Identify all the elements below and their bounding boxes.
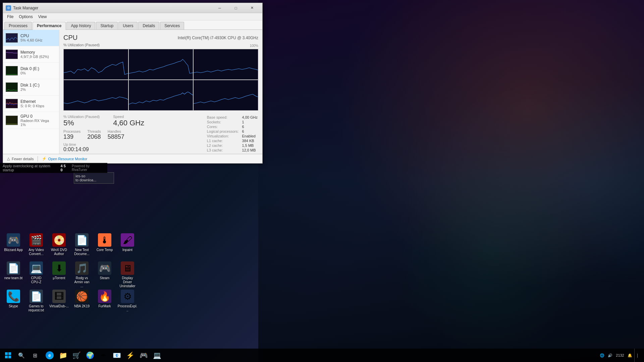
open-resource-monitor-link[interactable]: ⚡ Open Resource Monitor bbox=[42, 157, 87, 161]
disk1-mini-graph bbox=[6, 81, 18, 93]
skype-label: Skype bbox=[9, 304, 18, 308]
taskview-button[interactable]: ⊞ bbox=[28, 349, 42, 362]
network-icon-area[interactable]: 🌐 bbox=[598, 349, 606, 362]
rodg-icon: 🎵 bbox=[75, 261, 89, 275]
sockets-label: Sockets: bbox=[207, 120, 241, 124]
anyvideoconvert-label: Any Video Convert... bbox=[27, 248, 46, 256]
ddu-label: Display Driver Uninstaller bbox=[118, 276, 137, 288]
taskbar-search[interactable]: 🔍 bbox=[15, 349, 28, 362]
taskbar-app-browser[interactable]: 🌍 bbox=[83, 349, 97, 362]
winxdvd-icon: 📀 bbox=[52, 233, 66, 247]
inpaint-label: Inpaint bbox=[122, 248, 132, 252]
menu-options[interactable]: Options bbox=[16, 14, 35, 20]
rivatuner-label: Powered by RivaTuner bbox=[72, 164, 105, 172]
processes-label: Processes bbox=[63, 129, 80, 133]
taskbar-app-mail[interactable]: 📧 bbox=[110, 349, 123, 362]
anyvideoconvert-icon: 🎬 bbox=[30, 233, 43, 247]
sidebar-item-disk1[interactable]: Disk 1 (C:) 2% bbox=[3, 79, 59, 96]
utilization-value: 5% bbox=[63, 119, 100, 127]
tab-startup[interactable]: Startup bbox=[96, 22, 118, 29]
virtualization-label: Virtualization: bbox=[207, 134, 241, 138]
desktop-icon-processexplorer[interactable]: ⚙ ProcessExpl... bbox=[117, 288, 138, 314]
cpu-graph-core6 bbox=[194, 80, 258, 110]
uptime-value: 0:00:14:09 bbox=[63, 146, 200, 153]
desktop-icon-winxdvd[interactable]: 📀 WinX DVD Author bbox=[48, 232, 70, 257]
sidebar-item-cpu[interactable]: CPU 5% 4,60 GHz bbox=[3, 30, 59, 46]
close-button[interactable]: ✕ bbox=[244, 5, 260, 11]
uptime-stat: Up time 0:00:14:09 bbox=[63, 142, 200, 153]
disk0-sidebar-detail: 0% bbox=[20, 71, 56, 75]
desktop-icon-newtext[interactable]: 📄 New Text Docume... bbox=[71, 232, 93, 257]
virtualdub-icon: 🎞 bbox=[52, 290, 66, 303]
ethernet-mini-graph bbox=[6, 98, 18, 110]
desktop-icon-cpuz[interactable]: 💻 CPUID CPU-Z bbox=[25, 260, 47, 286]
sidebar-item-disk0[interactable]: Disk 0 (E:) 0% bbox=[3, 63, 59, 79]
threads-label: Threads bbox=[87, 129, 101, 133]
notification-button[interactable]: 🔔 bbox=[626, 349, 634, 362]
tab-users[interactable]: Users bbox=[118, 22, 138, 29]
desktop-icon-utorrent[interactable]: ⬇ µTorrent bbox=[48, 260, 70, 282]
clock-area[interactable]: 2132 bbox=[614, 349, 625, 362]
desktop-icon-skype[interactable]: 📞 Skype bbox=[3, 288, 24, 310]
taskbar-app-game[interactable]: 🎮 bbox=[137, 349, 150, 362]
start-button[interactable] bbox=[1, 349, 15, 362]
taskbar-app-store[interactable]: 🛒 bbox=[70, 349, 83, 362]
l3-cache-value: 12,0 MB bbox=[242, 148, 258, 152]
edge-icon: e bbox=[46, 351, 54, 359]
taskbar-app-edge[interactable]: e bbox=[43, 349, 56, 362]
tab-app-history[interactable]: App history bbox=[66, 22, 95, 29]
blizzard-label: Blizzard App bbox=[4, 248, 23, 252]
cpu-title: CPU bbox=[63, 34, 77, 42]
volume-icon-area[interactable]: 🔊 bbox=[606, 349, 614, 362]
desktop-icon-virtualdub[interactable]: 🎞 VirtualDub-... bbox=[48, 288, 70, 310]
disk1-sidebar-name: Disk 1 (C:) bbox=[20, 83, 56, 87]
menu-view[interactable]: View bbox=[36, 14, 50, 20]
mail-icon: 📧 bbox=[113, 351, 121, 359]
desktop-icon-furmark[interactable]: 🔥 FurMark bbox=[94, 288, 115, 310]
l1-cache-label: L1 cache: bbox=[207, 139, 241, 143]
virtualdub-label: VirtualDub-... bbox=[49, 304, 69, 308]
desktop-icon-steam[interactable]: 🎮 Steam bbox=[94, 260, 115, 282]
processes-stat: Processes 139 bbox=[63, 129, 80, 140]
ethernet-sidebar-detail: S: 0 R: 0 Kbps bbox=[20, 104, 56, 108]
pc-icon: 💻 bbox=[153, 351, 161, 359]
coretemp-label: Core Temp bbox=[97, 248, 113, 252]
show-desktop-button[interactable]: │ bbox=[634, 349, 640, 362]
desktop-icon-anyvideoconvert[interactable]: 🎬 Any Video Convert... bbox=[25, 232, 47, 257]
fewer-details-btn[interactable]: △ Fewer details bbox=[7, 157, 34, 161]
sidebar-item-ethernet[interactable]: Ethernet S: 0 R: 0 Kbps bbox=[3, 96, 59, 112]
taskbar-app-bolt[interactable]: ⚡ bbox=[123, 349, 137, 362]
taskbar-app-explorer[interactable]: 📁 bbox=[56, 349, 70, 362]
maximize-button[interactable]: □ bbox=[228, 5, 244, 11]
desktop-icon-nba2k[interactable]: 🏀 NBA 2K19 bbox=[71, 288, 93, 310]
volume-icon: 🔊 bbox=[608, 353, 612, 358]
desktop-icon-ddu[interactable]: 🖥 Display Driver Uninstaller bbox=[117, 260, 138, 290]
coretemp-icon: 🌡 bbox=[98, 233, 111, 247]
cpuz-icon: 💻 bbox=[30, 261, 43, 275]
taskbar-app-pen[interactable]: ✒ bbox=[97, 349, 110, 362]
popup-line2: to downloa... bbox=[75, 178, 112, 182]
sidebar-item-memory[interactable]: Memory 4,9/7,9 GB (62%) bbox=[3, 46, 59, 63]
desktop-icon-rodg[interactable]: 🎵 Rodg vs Armin van ... bbox=[71, 260, 93, 290]
rodg-label: Rodg vs Armin van ... bbox=[72, 276, 91, 288]
l2-cache-label: L2 cache: bbox=[207, 143, 241, 147]
desktop-icon-games[interactable]: 📄 Games to request.txt bbox=[25, 288, 47, 314]
window-title: Task Manager bbox=[13, 6, 212, 10]
desktop-icon-inpaint[interactable]: 🖌 Inpaint bbox=[117, 232, 138, 253]
tab-processes[interactable]: Processes bbox=[4, 22, 32, 29]
tab-details[interactable]: Details bbox=[138, 22, 159, 29]
desktop-icon-blizzard[interactable]: 🎮 Blizzard App bbox=[3, 232, 24, 253]
desktop-icon-newteam[interactable]: 📄 new team.bt bbox=[3, 260, 24, 282]
processexplorer-label: ProcessExpl... bbox=[117, 304, 138, 312]
sidebar-item-gpu[interactable]: GPU 0 Radeon RX Vega 1% bbox=[3, 112, 59, 129]
taskbar-app-pc[interactable]: 💻 bbox=[150, 349, 164, 362]
cpu-graph-core1 bbox=[64, 49, 128, 79]
cpu-graph-core5 bbox=[129, 80, 193, 110]
tab-services[interactable]: Services bbox=[160, 22, 184, 29]
desktop-icon-coretemp[interactable]: 🌡 Core Temp bbox=[94, 232, 115, 253]
main-panel: CPU Intel(R) Core(TM) i7-4930K CPU @ 3.4… bbox=[59, 30, 262, 154]
cpu-mini-graph bbox=[6, 32, 18, 44]
tab-performance[interactable]: Performance bbox=[33, 22, 66, 30]
menu-file[interactable]: File bbox=[4, 14, 16, 20]
minimize-button[interactable]: ─ bbox=[212, 5, 227, 11]
